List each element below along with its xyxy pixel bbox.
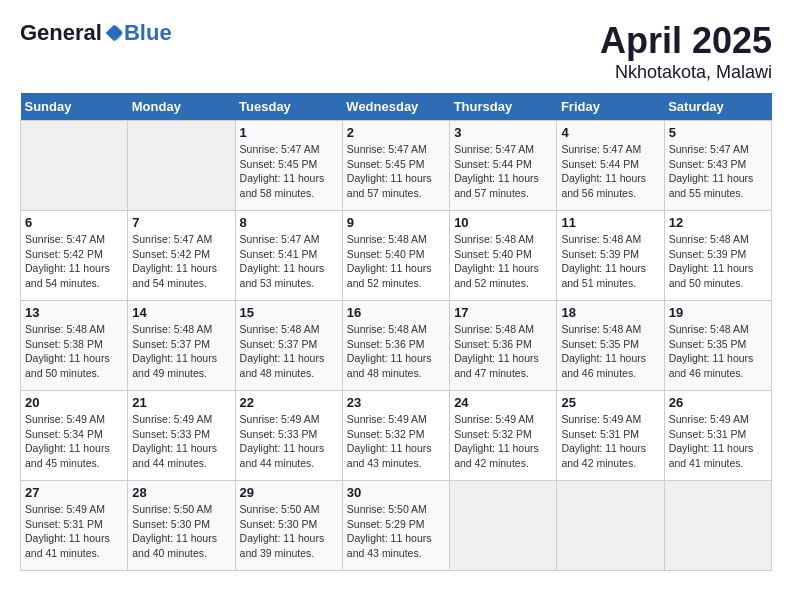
day-number: 28: [132, 485, 230, 500]
weekday-header-saturday: Saturday: [664, 93, 771, 121]
calendar-cell: 28Sunrise: 5:50 AMSunset: 5:30 PMDayligh…: [128, 481, 235, 571]
weekday-header-row: SundayMondayTuesdayWednesdayThursdayFrid…: [21, 93, 772, 121]
day-info: Sunrise: 5:47 AMSunset: 5:42 PMDaylight:…: [132, 232, 230, 291]
calendar-cell: 13Sunrise: 5:48 AMSunset: 5:38 PMDayligh…: [21, 301, 128, 391]
calendar-cell: [664, 481, 771, 571]
weekday-header-monday: Monday: [128, 93, 235, 121]
week-row-1: 1Sunrise: 5:47 AMSunset: 5:45 PMDaylight…: [21, 121, 772, 211]
day-info: Sunrise: 5:49 AMSunset: 5:31 PMDaylight:…: [25, 502, 123, 561]
calendar-cell: 4Sunrise: 5:47 AMSunset: 5:44 PMDaylight…: [557, 121, 664, 211]
calendar-cell: 18Sunrise: 5:48 AMSunset: 5:35 PMDayligh…: [557, 301, 664, 391]
day-info: Sunrise: 5:48 AMSunset: 5:38 PMDaylight:…: [25, 322, 123, 381]
calendar-cell: 30Sunrise: 5:50 AMSunset: 5:29 PMDayligh…: [342, 481, 449, 571]
calendar-cell: 11Sunrise: 5:48 AMSunset: 5:39 PMDayligh…: [557, 211, 664, 301]
day-number: 27: [25, 485, 123, 500]
day-number: 26: [669, 395, 767, 410]
calendar-cell: 1Sunrise: 5:47 AMSunset: 5:45 PMDaylight…: [235, 121, 342, 211]
calendar-cell: 22Sunrise: 5:49 AMSunset: 5:33 PMDayligh…: [235, 391, 342, 481]
day-info: Sunrise: 5:50 AMSunset: 5:29 PMDaylight:…: [347, 502, 445, 561]
calendar-cell: [128, 121, 235, 211]
day-number: 12: [669, 215, 767, 230]
day-info: Sunrise: 5:50 AMSunset: 5:30 PMDaylight:…: [132, 502, 230, 561]
day-info: Sunrise: 5:47 AMSunset: 5:45 PMDaylight:…: [347, 142, 445, 201]
day-number: 4: [561, 125, 659, 140]
location-subtitle: Nkhotakota, Malawi: [600, 62, 772, 83]
day-number: 11: [561, 215, 659, 230]
day-number: 17: [454, 305, 552, 320]
day-info: Sunrise: 5:47 AMSunset: 5:42 PMDaylight:…: [25, 232, 123, 291]
calendar-cell: 12Sunrise: 5:48 AMSunset: 5:39 PMDayligh…: [664, 211, 771, 301]
day-number: 24: [454, 395, 552, 410]
logo: General Blue: [20, 20, 172, 46]
day-info: Sunrise: 5:48 AMSunset: 5:40 PMDaylight:…: [347, 232, 445, 291]
weekday-header-thursday: Thursday: [450, 93, 557, 121]
page-header: General Blue April 2025 Nkhotakota, Mala…: [20, 20, 772, 83]
day-number: 25: [561, 395, 659, 410]
day-number: 16: [347, 305, 445, 320]
calendar-cell: 15Sunrise: 5:48 AMSunset: 5:37 PMDayligh…: [235, 301, 342, 391]
logo-icon: [104, 23, 124, 43]
day-info: Sunrise: 5:48 AMSunset: 5:36 PMDaylight:…: [454, 322, 552, 381]
day-number: 23: [347, 395, 445, 410]
calendar-cell: [557, 481, 664, 571]
calendar-cell: 3Sunrise: 5:47 AMSunset: 5:44 PMDaylight…: [450, 121, 557, 211]
day-number: 18: [561, 305, 659, 320]
svg-marker-1: [116, 25, 123, 42]
calendar-cell: 23Sunrise: 5:49 AMSunset: 5:32 PMDayligh…: [342, 391, 449, 481]
calendar-cell: 27Sunrise: 5:49 AMSunset: 5:31 PMDayligh…: [21, 481, 128, 571]
calendar-cell: 7Sunrise: 5:47 AMSunset: 5:42 PMDaylight…: [128, 211, 235, 301]
day-info: Sunrise: 5:48 AMSunset: 5:40 PMDaylight:…: [454, 232, 552, 291]
day-number: 13: [25, 305, 123, 320]
day-info: Sunrise: 5:48 AMSunset: 5:37 PMDaylight:…: [240, 322, 338, 381]
logo-blue-text: Blue: [124, 20, 172, 46]
calendar-cell: 21Sunrise: 5:49 AMSunset: 5:33 PMDayligh…: [128, 391, 235, 481]
day-number: 14: [132, 305, 230, 320]
week-row-4: 20Sunrise: 5:49 AMSunset: 5:34 PMDayligh…: [21, 391, 772, 481]
day-info: Sunrise: 5:48 AMSunset: 5:35 PMDaylight:…: [561, 322, 659, 381]
day-info: Sunrise: 5:49 AMSunset: 5:33 PMDaylight:…: [240, 412, 338, 471]
day-info: Sunrise: 5:49 AMSunset: 5:32 PMDaylight:…: [347, 412, 445, 471]
weekday-header-wednesday: Wednesday: [342, 93, 449, 121]
day-info: Sunrise: 5:50 AMSunset: 5:30 PMDaylight:…: [240, 502, 338, 561]
calendar-cell: 20Sunrise: 5:49 AMSunset: 5:34 PMDayligh…: [21, 391, 128, 481]
calendar-cell: 24Sunrise: 5:49 AMSunset: 5:32 PMDayligh…: [450, 391, 557, 481]
week-row-2: 6Sunrise: 5:47 AMSunset: 5:42 PMDaylight…: [21, 211, 772, 301]
day-info: Sunrise: 5:48 AMSunset: 5:35 PMDaylight:…: [669, 322, 767, 381]
day-number: 22: [240, 395, 338, 410]
day-number: 7: [132, 215, 230, 230]
day-info: Sunrise: 5:47 AMSunset: 5:41 PMDaylight:…: [240, 232, 338, 291]
day-number: 8: [240, 215, 338, 230]
calendar-cell: 26Sunrise: 5:49 AMSunset: 5:31 PMDayligh…: [664, 391, 771, 481]
day-info: Sunrise: 5:49 AMSunset: 5:34 PMDaylight:…: [25, 412, 123, 471]
day-number: 10: [454, 215, 552, 230]
day-info: Sunrise: 5:49 AMSunset: 5:31 PMDaylight:…: [561, 412, 659, 471]
day-info: Sunrise: 5:47 AMSunset: 5:44 PMDaylight:…: [454, 142, 552, 201]
day-number: 9: [347, 215, 445, 230]
day-number: 30: [347, 485, 445, 500]
calendar-cell: 17Sunrise: 5:48 AMSunset: 5:36 PMDayligh…: [450, 301, 557, 391]
calendar-cell: 19Sunrise: 5:48 AMSunset: 5:35 PMDayligh…: [664, 301, 771, 391]
week-row-5: 27Sunrise: 5:49 AMSunset: 5:31 PMDayligh…: [21, 481, 772, 571]
day-info: Sunrise: 5:49 AMSunset: 5:33 PMDaylight:…: [132, 412, 230, 471]
calendar-cell: [450, 481, 557, 571]
day-info: Sunrise: 5:48 AMSunset: 5:39 PMDaylight:…: [561, 232, 659, 291]
day-number: 20: [25, 395, 123, 410]
calendar-table: SundayMondayTuesdayWednesdayThursdayFrid…: [20, 93, 772, 571]
calendar-cell: 5Sunrise: 5:47 AMSunset: 5:43 PMDaylight…: [664, 121, 771, 211]
calendar-cell: 10Sunrise: 5:48 AMSunset: 5:40 PMDayligh…: [450, 211, 557, 301]
day-number: 19: [669, 305, 767, 320]
month-title: April 2025: [600, 20, 772, 62]
calendar-cell: 14Sunrise: 5:48 AMSunset: 5:37 PMDayligh…: [128, 301, 235, 391]
weekday-header-friday: Friday: [557, 93, 664, 121]
day-number: 3: [454, 125, 552, 140]
calendar-cell: 25Sunrise: 5:49 AMSunset: 5:31 PMDayligh…: [557, 391, 664, 481]
day-number: 15: [240, 305, 338, 320]
title-block: April 2025 Nkhotakota, Malawi: [600, 20, 772, 83]
day-info: Sunrise: 5:48 AMSunset: 5:39 PMDaylight:…: [669, 232, 767, 291]
day-number: 21: [132, 395, 230, 410]
day-number: 1: [240, 125, 338, 140]
day-number: 5: [669, 125, 767, 140]
day-info: Sunrise: 5:47 AMSunset: 5:44 PMDaylight:…: [561, 142, 659, 201]
calendar-cell: 29Sunrise: 5:50 AMSunset: 5:30 PMDayligh…: [235, 481, 342, 571]
calendar-cell: 6Sunrise: 5:47 AMSunset: 5:42 PMDaylight…: [21, 211, 128, 301]
